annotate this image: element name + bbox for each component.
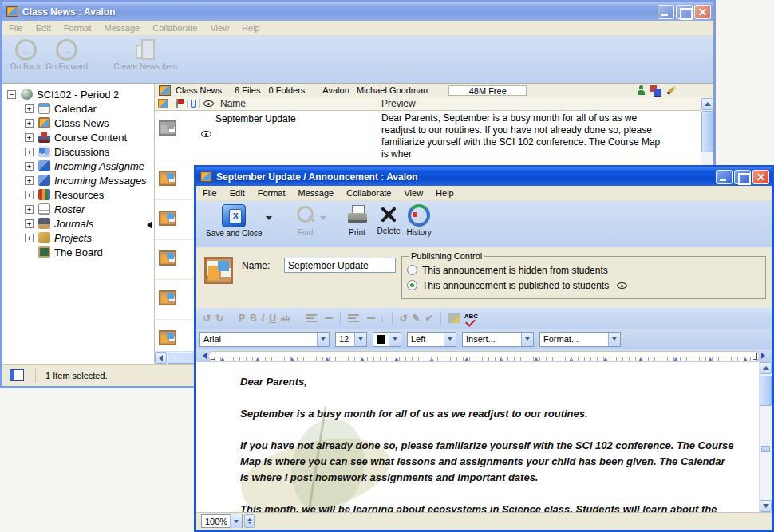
strikethrough-icon[interactable]: ab [281, 314, 290, 323]
scroll-thumb[interactable] [760, 376, 772, 406]
titlebar[interactable]: Class News : Avalon [2, 2, 713, 21]
line-spacing-icon[interactable] [348, 313, 359, 323]
radio-published-option[interactable]: This announcement is published to studen… [407, 278, 760, 293]
plain-text-icon[interactable]: P [239, 313, 245, 324]
bold-icon[interactable]: B [250, 313, 257, 324]
tree-item-roster[interactable]: +Roster [2, 202, 154, 216]
scroll-thumb[interactable] [701, 111, 713, 152]
column-name[interactable]: Name [220, 98, 246, 109]
insert-below-icon[interactable]: ↓ [380, 313, 385, 324]
maximize-button[interactable] [734, 170, 751, 184]
chevron-down-icon[interactable] [444, 333, 456, 346]
ruler[interactable] [208, 351, 760, 361]
menu-collaborate[interactable]: Collaborate [340, 187, 397, 199]
menu-file[interactable]: File [2, 22, 30, 34]
tree-root[interactable]: −SCI102 - Period 2 [2, 87, 154, 101]
editor-text[interactable]: Dear Parents, September is a busy month … [240, 374, 736, 512]
tree-item-projects[interactable]: +Projects [2, 231, 154, 245]
scroll-down-button[interactable] [760, 500, 772, 512]
menu-help[interactable]: Help [235, 22, 267, 34]
chevron-down-icon[interactable] [230, 514, 242, 528]
close-button[interactable] [752, 170, 769, 184]
radio-button-unchecked[interactable] [407, 265, 417, 275]
history-button[interactable]: History [407, 204, 432, 237]
insert-combo[interactable]: Insert... [462, 332, 534, 347]
approve-icon[interactable]: ✔ [425, 313, 433, 324]
chevron-down-icon[interactable] [608, 333, 620, 346]
tree-item-incoming-messages[interactable]: +Incoming Messages [2, 173, 154, 187]
pencil-icon[interactable]: ✎ [413, 313, 421, 324]
underline-icon[interactable]: U [269, 313, 276, 324]
zoom-spinner[interactable] [244, 514, 255, 528]
find-button[interactable]: Find [294, 204, 317, 237]
menu-format[interactable]: Format [57, 22, 98, 34]
minimize-button[interactable] [658, 5, 674, 19]
chevron-down-icon[interactable] [317, 333, 329, 346]
menu-edit[interactable]: Edit [223, 187, 251, 199]
menu-edit[interactable]: Edit [30, 22, 57, 34]
redo-icon[interactable]: ↻ [215, 313, 223, 324]
minimize-button[interactable] [716, 170, 733, 184]
ruler-left-chevron-icon[interactable] [199, 353, 207, 359]
collapse-icon[interactable]: − [7, 90, 16, 99]
tree-item-calendar[interactable]: +Calendar [2, 101, 154, 116]
scroll-up-button[interactable] [760, 362, 772, 374]
name-input[interactable] [284, 258, 396, 273]
menu-file[interactable]: File [196, 187, 223, 199]
find-dropdown-arrow[interactable] [319, 214, 326, 221]
highlight-icon[interactable] [448, 313, 460, 323]
undo-icon[interactable]: ↺ [203, 313, 211, 324]
tree-item-course-content[interactable]: +Course Content [2, 130, 154, 144]
close-button[interactable] [694, 5, 711, 19]
maximize-button[interactable] [676, 5, 693, 19]
alignment-combo[interactable]: Left [407, 332, 456, 347]
font-family-combo[interactable]: Arial [199, 332, 330, 347]
paragraph-spacing-icon[interactable] [364, 313, 375, 323]
item-type-column-icon[interactable] [158, 99, 168, 108]
format-combo[interactable]: Format... [539, 332, 621, 347]
chevron-down-icon[interactable] [521, 333, 533, 346]
menu-format[interactable]: Format [251, 187, 292, 199]
splitter-collapse-arrow[interactable] [143, 221, 152, 229]
create-news-item-button[interactable]: Create News Item [113, 39, 177, 71]
rotate-icon[interactable]: ↺ [400, 313, 408, 324]
menu-message[interactable]: Message [98, 22, 147, 34]
tree-item-journals[interactable]: +Journals [2, 216, 154, 231]
menu-view[interactable]: View [397, 187, 429, 199]
go-back-button[interactable]: ← Go Back [10, 39, 41, 71]
editor-vertical-scrollbar[interactable] [759, 362, 772, 512]
spellcheck-icon[interactable]: ABC [464, 313, 478, 320]
file-row-september-update[interactable]: September Update Dear Parents, September… [155, 111, 713, 160]
menu-help[interactable]: Help [429, 187, 460, 199]
zoom-combo[interactable]: 100% [201, 514, 243, 528]
indent-left-icon[interactable] [306, 313, 317, 323]
ruler-right-chevron-icon[interactable] [761, 353, 768, 359]
edit-pencil-icon[interactable] [666, 85, 676, 95]
presence-icon[interactable] [638, 85, 645, 95]
radio-hidden-option[interactable]: This announcement is hidden from student… [407, 262, 760, 278]
save-and-close-button[interactable]: Save and Close [206, 204, 263, 238]
radio-button-checked[interactable] [407, 280, 417, 290]
tree-item-the-board[interactable]: +The Board [2, 245, 154, 259]
published-column-icon[interactable] [203, 100, 214, 107]
indent-right-icon[interactable] [322, 313, 333, 323]
titlebar[interactable]: September Update / Announcement : Avalon [196, 167, 772, 186]
attachment-column-icon[interactable] [191, 100, 196, 108]
scroll-left-button[interactable] [155, 352, 167, 364]
scroll-up-button[interactable] [701, 98, 713, 110]
toggle-panel-icon[interactable] [10, 369, 24, 381]
flag-column-icon[interactable] [176, 99, 184, 108]
delete-button[interactable]: Delete [377, 204, 401, 235]
chevron-down-icon[interactable] [354, 333, 366, 346]
italic-icon[interactable]: I [262, 313, 264, 324]
tree-item-discussions[interactable]: +Discussions [2, 144, 154, 159]
go-forward-button[interactable]: → Go Forward [45, 39, 88, 71]
column-preview[interactable]: Preview [381, 98, 416, 109]
message-editor[interactable]: Dear Parents, September is a busy month … [196, 362, 772, 512]
menu-collaborate[interactable]: Collaborate [146, 22, 203, 34]
menu-view[interactable]: View [203, 22, 235, 34]
tree-item-resources[interactable]: +Resources [2, 187, 154, 202]
menu-message[interactable]: Message [292, 187, 341, 199]
print-button[interactable]: Print [346, 204, 369, 237]
font-color-combo[interactable] [373, 332, 401, 347]
